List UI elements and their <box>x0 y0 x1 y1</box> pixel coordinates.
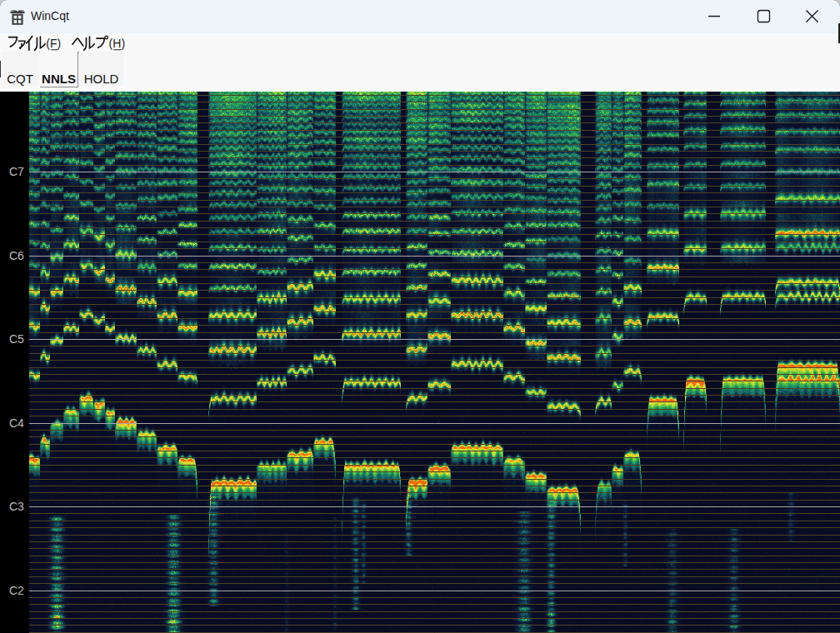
svg-text:(F): (F) <box>46 37 61 50</box>
svg-text:(H): (H) <box>109 37 125 50</box>
